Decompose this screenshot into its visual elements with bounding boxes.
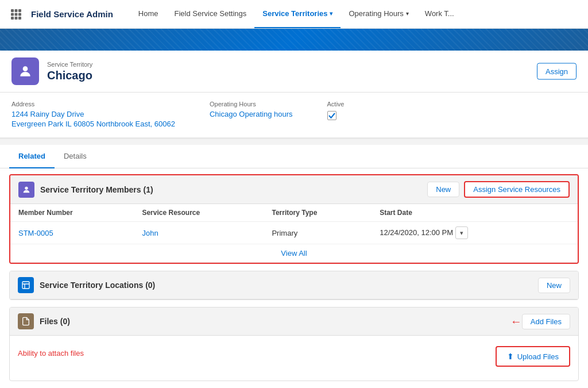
operating-hours-link[interactable]: Chicago Operating hours xyxy=(210,110,293,118)
row-dropdown-arrow[interactable]: ▾ xyxy=(455,226,468,239)
col-start-date: Start Date xyxy=(372,204,555,222)
address-value: 1244 Rainy Day Drive Evergreen Park IL 6… xyxy=(11,110,175,128)
nav-home[interactable]: Home xyxy=(130,0,167,28)
members-section-header: Service Territory Members (1) New Assign… xyxy=(10,175,578,204)
svg-point-10 xyxy=(25,186,28,189)
record-name: Chicago xyxy=(47,69,577,82)
members-table: Member Number Service Resource Territory… xyxy=(10,204,578,263)
svg-rect-3 xyxy=(11,13,14,16)
upload-files-button[interactable]: ⬆ Upload Files xyxy=(496,346,570,367)
files-body: Ability to attach files ⬆ Upload Files xyxy=(10,336,578,381)
upload-icon: ⬆ xyxy=(507,352,514,361)
col-member-number: Member Number xyxy=(10,204,134,222)
arrow-annotation-icon: ← xyxy=(510,315,522,328)
chevron-down-icon: ▾ xyxy=(406,10,409,17)
svg-point-9 xyxy=(23,66,28,71)
assign-service-resources-button[interactable]: Assign Service Resources xyxy=(464,181,570,198)
svg-rect-11 xyxy=(22,282,29,289)
files-section: Files (0) ← Add Files Ability to attach … xyxy=(9,307,579,381)
view-all-link[interactable]: View All xyxy=(281,249,307,258)
col-actions xyxy=(555,204,578,222)
svg-rect-2 xyxy=(18,9,21,12)
svg-rect-1 xyxy=(15,9,18,12)
svg-rect-7 xyxy=(15,17,18,20)
operating-hours-label: Operating Hours xyxy=(210,101,293,107)
locations-section-title: Service Territory Locations (0) xyxy=(40,281,533,290)
record-type-icon xyxy=(11,57,39,85)
ability-text: Ability to attach files xyxy=(18,349,84,358)
svg-rect-4 xyxy=(15,13,18,16)
operating-hours-field: Operating Hours Chicago Operating hours xyxy=(210,101,293,128)
active-label: Active xyxy=(327,101,345,107)
locations-section: Service Territory Locations (0) New xyxy=(9,271,579,300)
files-section-icon xyxy=(18,313,34,329)
table-row: STM-0005 John Primary 12/24/2020, 12:00 … xyxy=(10,222,578,244)
nav-field-service-settings[interactable]: Field Service Settings xyxy=(167,0,255,28)
locations-section-icon xyxy=(18,277,34,293)
nav-work-types[interactable]: Work T... xyxy=(417,0,462,28)
address-field: Address 1244 Rainy Day Drive Evergreen P… xyxy=(11,101,175,128)
nav-bar: Home Field Service Settings Service Terr… xyxy=(130,0,462,28)
members-section-icon xyxy=(18,182,34,198)
record-title-block: Service Territory Chicago xyxy=(47,61,577,82)
members-table-header-row: Member Number Service Resource Territory… xyxy=(10,204,578,222)
tab-bar: Related Details xyxy=(0,145,588,168)
view-all-row[interactable]: View All xyxy=(10,244,578,263)
col-territory-type: Territory Type xyxy=(264,204,372,222)
svg-rect-0 xyxy=(11,9,14,12)
add-files-button[interactable]: Add Files xyxy=(522,314,570,329)
svg-rect-6 xyxy=(11,17,14,20)
top-navigation: Field Service Admin Home Field Service S… xyxy=(0,0,588,29)
detail-fields: Address 1244 Rainy Day Drive Evergreen P… xyxy=(0,93,588,139)
svg-rect-5 xyxy=(18,13,21,16)
members-new-button[interactable]: New xyxy=(427,182,459,197)
member-number-link[interactable]: STM-0005 xyxy=(18,229,53,237)
nav-operating-hours[interactable]: Operating Hours ▾ xyxy=(341,0,416,28)
chevron-down-icon: ▾ xyxy=(330,10,332,17)
members-section-title: Service Territory Members (1) xyxy=(40,185,423,194)
col-service-resource: Service Resource xyxy=(134,204,264,222)
files-section-header: Files (0) ← Add Files xyxy=(10,308,578,336)
territory-type-cell: Primary xyxy=(264,222,372,244)
start-date-cell: 12/24/2020, 12:00 PM ▾ xyxy=(372,222,555,244)
related-content: Service Territory Members (1) New Assign… xyxy=(0,168,588,388)
active-checkbox xyxy=(327,111,336,120)
active-field: Active xyxy=(327,101,345,128)
address-line1-link[interactable]: 1244 Rainy Day Drive xyxy=(11,110,175,118)
record-type-label: Service Territory xyxy=(47,61,577,68)
nav-service-territories[interactable]: Service Territories ▾ xyxy=(254,0,341,28)
svg-rect-8 xyxy=(18,17,21,20)
address-line2-link[interactable]: Evergreen Park IL 60805 Northbrook East,… xyxy=(11,120,175,128)
members-section: Service Territory Members (1) New Assign… xyxy=(9,174,579,264)
service-resource-link[interactable]: John xyxy=(142,229,158,237)
hero-banner xyxy=(0,29,588,51)
record-header: Service Territory Chicago Assign xyxy=(0,51,588,93)
app-title: Field Service Admin xyxy=(31,9,113,19)
address-label: Address xyxy=(11,101,175,107)
app-launcher-button[interactable] xyxy=(7,5,25,24)
tab-details[interactable]: Details xyxy=(55,145,96,168)
main-content: Related Details Service Territory Member… xyxy=(0,145,588,388)
files-section-title: Files (0) xyxy=(40,317,507,326)
locations-section-header: Service Territory Locations (0) New xyxy=(10,271,578,299)
tab-related[interactable]: Related xyxy=(9,145,55,168)
locations-new-button[interactable]: New xyxy=(538,278,570,293)
assign-button[interactable]: Assign xyxy=(537,63,577,80)
